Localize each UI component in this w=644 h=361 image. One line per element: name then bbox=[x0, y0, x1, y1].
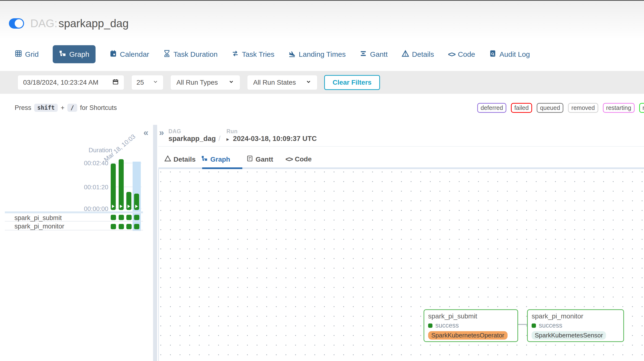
graph-canvas[interactable]: spark_pi_submit success SparkKubernetesO… bbox=[158, 169, 644, 361]
tab-label: Audit Log bbox=[499, 50, 530, 58]
tab-code[interactable]: <> Code bbox=[448, 50, 475, 58]
chevron-down-icon bbox=[228, 79, 234, 86]
run-states-value: All Run States bbox=[253, 79, 296, 86]
breadcrumb-underline bbox=[158, 146, 644, 147]
task-instance-squares bbox=[0, 0, 153, 241]
run-tab-details[interactable]: Details bbox=[164, 155, 196, 164]
code-icon: <> bbox=[286, 155, 292, 163]
state-legend-pill-running[interactable]: running bbox=[639, 103, 644, 113]
task-instance-square[interactable] bbox=[111, 215, 116, 220]
operator-badge: SparkKubernetesOperator bbox=[428, 331, 508, 340]
tab-gantt[interactable]: Gantt bbox=[360, 50, 388, 59]
warning-triangle-icon bbox=[402, 50, 409, 59]
operator-badge: SparkKubernetesSensor bbox=[532, 331, 606, 340]
tab-label: Landing Times bbox=[299, 50, 346, 58]
collapse-panel-chevron[interactable]: « bbox=[144, 128, 148, 138]
run-tab-graph[interactable]: Graph bbox=[201, 155, 230, 164]
run-tab-code[interactable]: <> Code bbox=[286, 155, 312, 163]
chevron-down-icon bbox=[306, 79, 312, 86]
run-tab-label: Code bbox=[295, 155, 312, 163]
success-status-square bbox=[428, 324, 432, 328]
code-icon: <> bbox=[448, 50, 455, 58]
state-legend-pill-restarting[interactable]: restarting bbox=[603, 103, 634, 113]
task-instance-square[interactable] bbox=[119, 215, 124, 220]
airflow-dag-page: DAG: sparkapp_dag Grid Graph Calendar Ta… bbox=[0, 0, 644, 361]
clear-filters-button[interactable]: Clear Filters bbox=[324, 75, 380, 90]
run-tab-label: Graph bbox=[210, 156, 230, 163]
success-status-square bbox=[532, 324, 536, 328]
gantt-doc-icon bbox=[246, 155, 253, 164]
tab-label: Code bbox=[458, 50, 475, 58]
active-tab-underline bbox=[202, 167, 242, 169]
task-instance-square[interactable] bbox=[134, 215, 139, 220]
state-legend-pill-deferred[interactable]: deferred bbox=[477, 103, 506, 113]
warning-triangle-icon bbox=[164, 155, 171, 164]
state-legend-pill-queued[interactable]: queued bbox=[537, 103, 564, 113]
tab-details[interactable]: Details bbox=[402, 50, 434, 59]
clear-filters-label: Clear Filters bbox=[332, 79, 372, 86]
tab-label: Task Tries bbox=[242, 50, 274, 58]
run-tab-label: Details bbox=[174, 156, 196, 163]
breadcrumb-dag-label: DAG bbox=[168, 128, 181, 135]
repeat-icon bbox=[232, 50, 239, 59]
tab-label: Task Duration bbox=[174, 50, 218, 58]
expand-panel-chevron[interactable]: » bbox=[159, 128, 164, 138]
panel-divider[interactable] bbox=[153, 125, 157, 361]
run-types-value: All Run Types bbox=[176, 79, 218, 86]
task-instance-square[interactable] bbox=[126, 224, 132, 229]
tab-task-tries[interactable]: Task Tries bbox=[232, 50, 274, 59]
task-instance-square[interactable] bbox=[134, 224, 139, 229]
task-status-text: success bbox=[435, 322, 459, 329]
hourglass-icon bbox=[163, 50, 171, 59]
breadcrumb-dag-name[interactable]: sparkapp_dag bbox=[168, 135, 216, 143]
status-legend: deferredfailedqueuedremovedrestartingrun… bbox=[477, 103, 644, 113]
tab-task-duration[interactable]: Task Duration bbox=[163, 50, 218, 59]
run-tab-label: Gantt bbox=[256, 156, 273, 163]
run-marker-icon[interactable]: ▸ bbox=[226, 136, 229, 142]
plane-landing-icon bbox=[288, 50, 296, 59]
state-legend-pill-failed[interactable]: failed bbox=[511, 103, 532, 113]
tab-audit-log[interactable]: Audit Log bbox=[489, 50, 530, 59]
task-instance-square[interactable] bbox=[111, 224, 116, 229]
task-node-title: spark_pi_submit bbox=[428, 313, 514, 320]
tab-landing-times[interactable]: Landing Times bbox=[288, 50, 346, 59]
task-dependency-edge bbox=[518, 324, 527, 325]
tab-label: Gantt bbox=[370, 50, 388, 58]
run-states-select[interactable]: All Run States bbox=[247, 75, 318, 90]
run-tab-gantt[interactable]: Gantt bbox=[246, 155, 273, 164]
task-node-title: spark_pi_monitor bbox=[532, 313, 620, 320]
gantt-icon bbox=[360, 50, 367, 59]
tab-label: Details bbox=[412, 50, 434, 58]
breadcrumb-run-label: Run bbox=[226, 128, 238, 135]
task-node-spark-pi-submit[interactable]: spark_pi_submit success SparkKubernetesO… bbox=[424, 309, 518, 342]
breadcrumb-separator: / bbox=[218, 135, 220, 143]
task-instance-square[interactable] bbox=[119, 224, 124, 229]
task-status-text: success bbox=[539, 322, 562, 329]
run-types-select[interactable]: All Run Types bbox=[170, 75, 240, 90]
task-node-spark-pi-monitor[interactable]: spark_pi_monitor success SparkKubernetes… bbox=[527, 309, 624, 342]
task-instance-square[interactable] bbox=[126, 215, 132, 220]
audit-log-icon bbox=[489, 50, 496, 59]
state-legend-pill-removed[interactable]: removed bbox=[568, 103, 598, 113]
chevron-down-icon bbox=[152, 79, 158, 86]
graph-icon bbox=[201, 155, 208, 164]
breadcrumb-run-value[interactable]: 2024-03-18, 10:09:37 UTC bbox=[233, 135, 317, 143]
